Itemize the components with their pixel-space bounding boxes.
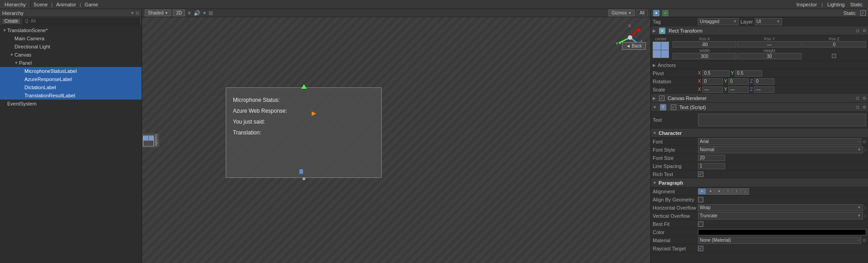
line-spacing-input[interactable] <box>698 163 725 169</box>
scale-x-input[interactable] <box>702 86 723 93</box>
anchor-pivot-container: center <box>653 37 669 58</box>
align-right-btn[interactable]: ≡ <box>715 188 723 195</box>
inspector-tab[interactable]: Inspector <box>797 2 817 7</box>
scene-view[interactable]: X Z Y ◄ Back middle <box>142 17 650 263</box>
font-style-icon[interactable]: ↕ <box>864 148 867 152</box>
material-dropdown[interactable]: None (Material) ○ <box>698 237 861 244</box>
align-center-btn[interactable]: ≡ <box>707 188 715 195</box>
align-bottom-btn[interactable]: ↓ <box>741 188 749 195</box>
svg-text:X: X <box>628 24 631 28</box>
font-size-input[interactable] <box>698 155 725 161</box>
text-script-checkbox[interactable] <box>671 105 676 110</box>
pos-x-input[interactable] <box>673 41 736 48</box>
character-section[interactable]: ▼ Character <box>651 129 868 138</box>
pivot-x-input[interactable] <box>702 70 730 77</box>
rect-transform-icon: ⊞ <box>659 28 665 34</box>
shaded-dropdown[interactable]: Shaded ▼ <box>145 10 171 16</box>
gear-icon[interactable]: ⚙ <box>863 96 866 100</box>
2d-button[interactable]: 2D <box>173 10 185 16</box>
tab-game[interactable]: Game <box>85 2 98 7</box>
hierarchy-expand-icon[interactable]: ⊡ <box>136 11 139 15</box>
font-select-icon[interactable]: ⊙ <box>863 139 866 144</box>
scale-z-input[interactable] <box>754 86 774 93</box>
all-search[interactable]: All <box>636 10 648 16</box>
tree-item-panel[interactable]: ▼ Panel <box>0 59 142 67</box>
gear-icon[interactable]: ⚙ <box>863 29 866 33</box>
font-dropdown[interactable]: Arial ○ <box>698 138 861 145</box>
tree-item-main-camera[interactable]: Main Camera <box>0 34 142 43</box>
inspector-obj-icon[interactable]: ● <box>653 10 659 16</box>
tree-item-translation-result-label[interactable]: TranslationResultLabel <box>0 91 142 100</box>
font-style-dropdown[interactable]: Normal ▼ <box>698 146 863 153</box>
expand-btn[interactable]: ⊡ <box>856 29 859 33</box>
align-left-btn[interactable]: ≡ <box>698 188 706 195</box>
text-preview-area[interactable] <box>698 114 866 126</box>
resize-icon[interactable]: ⊡ <box>831 52 837 59</box>
v-overflow-icon[interactable]: ↕ <box>864 214 867 218</box>
tree-item-microphone-status-label[interactable]: MicrophoneStatusLabel <box>0 67 142 75</box>
gear-icon[interactable]: ⚙ <box>863 105 866 110</box>
tag-dropdown[interactable]: Untagged ▼ <box>698 18 739 25</box>
expand-btn[interactable]: ⊡ <box>856 96 859 100</box>
rot-z-input[interactable] <box>754 78 774 85</box>
material-select-icon[interactable]: ⊙ <box>863 238 866 243</box>
align-top-btn[interactable]: ↑ <box>724 188 732 195</box>
middle-indicator[interactable]: middle <box>142 133 159 147</box>
text-script-header[interactable]: ▼ T Text (Script) ⊡ ⚙ <box>651 103 868 112</box>
anchors-expand-icon[interactable]: ▶ <box>653 63 656 67</box>
effects-icon[interactable]: ✦ <box>202 10 207 16</box>
light-icon[interactable]: ☀ <box>187 10 192 16</box>
tab-hierarchy[interactable]: Hierarchy <box>0 0 31 9</box>
pos-z-input[interactable] <box>802 41 866 48</box>
back-button[interactable]: ◄ Back <box>622 42 646 50</box>
anchor-box[interactable] <box>653 42 669 58</box>
tab-scene[interactable]: Scene <box>33 2 47 7</box>
inspector-checkmark-icon[interactable]: ✓ <box>662 10 669 16</box>
paragraph-section[interactable]: ▼ Paragraph <box>651 178 868 187</box>
hierarchy-search[interactable] <box>23 18 140 24</box>
hierarchy-panel: Hierarchy ▼ ⊡ Create ▼ TranslationScene*… <box>0 9 142 263</box>
align-by-geometry-row: Align By Geometry <box>651 196 868 204</box>
gizmos-dropdown[interactable]: Gizmos ▼ <box>608 10 635 16</box>
canvas-renderer-header[interactable]: ▶ Canvas Renderer ⊡ ⚙ <box>651 94 868 103</box>
best-fit-checkbox[interactable] <box>698 221 703 227</box>
pos-x-field-container: Pos X <box>673 37 736 48</box>
canvas-renderer-checkbox[interactable] <box>659 96 664 101</box>
pos-y-input[interactable] <box>737 41 801 48</box>
rect-transform-header[interactable]: ▶ ⊞ Rect Transform ⊡ ⚙ <box>651 26 868 35</box>
pivot-y-input[interactable] <box>735 70 762 77</box>
tree-item-dictation-label[interactable]: DictationLabel <box>0 83 142 91</box>
align-by-geometry-checkbox[interactable] <box>698 197 703 202</box>
layer-icon[interactable]: ⊞ <box>209 10 213 16</box>
chevron-right-icon: ○ <box>857 139 859 143</box>
scale-y-input[interactable] <box>728 86 749 93</box>
create-button[interactable]: Create <box>2 18 21 24</box>
height-input[interactable] <box>737 53 801 59</box>
static-checkbox[interactable] <box>860 10 866 16</box>
layer-dropdown[interactable]: UI ▼ <box>755 18 782 25</box>
rich-text-checkbox[interactable] <box>698 172 703 177</box>
horizontal-overflow-dropdown[interactable]: Wrap ▼ <box>698 204 863 211</box>
tab-animator[interactable]: Animator <box>56 2 76 7</box>
circle-icon: ○ <box>857 238 859 242</box>
pivot-row: Pivot X Y <box>651 69 868 77</box>
tree-item-event-system[interactable]: EventSystem <box>0 100 142 108</box>
tree-item-translation-scene[interactable]: ▼ TranslationScene* <box>0 26 142 34</box>
audio-icon[interactable]: 🔊 <box>194 10 200 16</box>
align-middle-btn[interactable]: ↕ <box>732 188 740 195</box>
raycast-target-checkbox[interactable] <box>698 246 703 251</box>
rot-x-input[interactable] <box>702 78 723 85</box>
scene-gizmo[interactable]: X Z Y <box>612 19 648 56</box>
color-swatch[interactable] <box>698 229 866 235</box>
text-script-icon: T <box>660 104 666 110</box>
rot-y-input[interactable] <box>728 78 749 85</box>
lighting-tab[interactable]: Lighting <box>827 2 845 7</box>
width-input[interactable] <box>673 53 736 59</box>
tree-item-azure-response-label[interactable]: AzureResponseLabel <box>0 75 142 83</box>
tree-item-canvas[interactable]: ▼ Canvas <box>0 51 142 59</box>
tree-item-directional-light[interactable]: Directional Light <box>0 43 142 51</box>
vertical-overflow-dropdown[interactable]: Truncate ▼ <box>698 212 863 220</box>
h-overflow-icon[interactable]: ↕ <box>864 206 867 210</box>
expand-btn[interactable]: ⊡ <box>856 105 859 110</box>
hierarchy-close-icon[interactable]: ▼ <box>130 11 134 15</box>
